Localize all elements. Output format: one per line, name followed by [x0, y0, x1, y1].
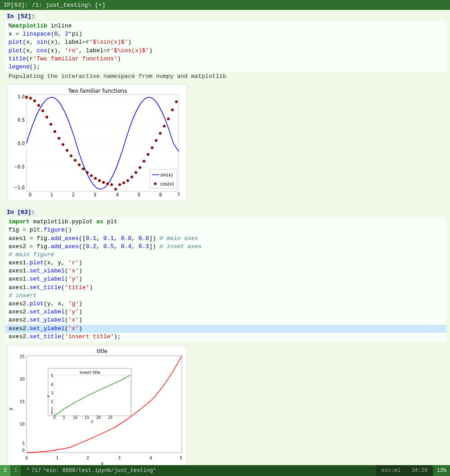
cos-dot: [175, 100, 178, 103]
cos-dot: [143, 160, 145, 163]
status-mode-2: 1: [10, 465, 21, 476]
inset-xtick: 10: [73, 416, 77, 420]
x-label-6: 6: [159, 192, 162, 197]
code-line: axes1.set_title('title'): [5, 284, 446, 292]
status-num1: 2: [4, 467, 7, 474]
cos-dot: [126, 179, 129, 182]
cos-dot: [159, 132, 162, 135]
y-label-1: 1.0: [18, 94, 25, 99]
inset-ytick: 2: [51, 400, 53, 404]
cell-63: In [63]: import matplotlib.pyplot as plt…: [0, 207, 450, 344]
chart-1-title: Two familiar functions: [68, 88, 127, 94]
status-bar: 2 1 * 717 *ein: 8888/test.ipynb/just_tes…: [0, 465, 450, 476]
code-line: axes2.set_ylabel('x'): [5, 316, 446, 324]
code-line: # main figure: [5, 251, 446, 259]
legend-sin-label: sin(x): [160, 172, 173, 177]
code-line: # insert: [5, 292, 446, 300]
status-indicator: *: [26, 467, 29, 474]
inset-xtick: 5: [63, 416, 65, 420]
cell-63-prompt: In [63]:: [5, 209, 36, 216]
cos-dot: [86, 171, 89, 174]
cos-dot: [90, 174, 93, 177]
code-line: axes2.set_title('insert title');: [5, 333, 446, 341]
inset-xtick: 0: [53, 416, 55, 420]
chart-2-xlabel: x: [101, 461, 104, 465]
legend-cos-label: cos(x): [160, 181, 174, 186]
inset-xtick: 15: [85, 416, 89, 420]
code-line: axes1.plot(x, y, 'r'): [5, 259, 446, 267]
x-label-2: 2: [72, 192, 75, 197]
cos-dot: [155, 139, 158, 142]
cell-63-code[interactable]: import matplotlib.pyplot as plt fig = pl…: [5, 217, 446, 342]
cos-dot: [118, 183, 121, 186]
inset-xtick: 25: [108, 416, 112, 420]
x-label-4: 4: [116, 192, 119, 197]
cos-dot: [106, 182, 109, 185]
cos-dot: [58, 137, 60, 140]
cos-dot: [98, 179, 101, 182]
cos-dot: [25, 96, 28, 99]
y-tick: 25: [20, 354, 25, 359]
cos-dot: [94, 177, 97, 180]
cos-dot: [33, 100, 36, 102]
cos-dot: [135, 171, 137, 174]
code-line: %matplotlib inline: [5, 22, 446, 30]
code-line: axes2.plot(y, x, 'g'): [5, 300, 446, 308]
chart-1-svg: Two familiar functions 1.0 0.5 0.0 −0.5 …: [7, 84, 187, 201]
code-line: import matplotlib.pyplot as plt: [5, 218, 446, 226]
cos-dot: [82, 168, 85, 170]
cos-dot: [167, 118, 170, 120]
chart-2-container: title y 25 20 15 10 5 0 0 1 2 3 4 5 x: [7, 345, 443, 465]
inset-ytick: 5: [51, 374, 53, 378]
cell-52-output-text: Populating the interactive namespace fro…: [5, 72, 446, 81]
cos-dot: [130, 176, 133, 178]
code-line: axes1.set_xlabel('x'): [5, 267, 446, 275]
cell-52: In [52]: %matplotlib inline x = linspace…: [0, 10, 450, 82]
x-tick: 1: [56, 456, 58, 460]
status-num2: 1: [14, 467, 17, 474]
x-tick: 3: [118, 456, 121, 460]
x-tick: 5: [180, 456, 182, 460]
inset-ytick: 3: [51, 391, 53, 395]
cos-dot: [163, 125, 166, 127]
cos-dot: [54, 130, 56, 133]
y-tick: 5: [22, 441, 25, 446]
main-content: In [52]: %matplotlib inline x = linspace…: [0, 10, 450, 465]
cos-dot: [151, 146, 153, 149]
status-mode-1: 2: [0, 465, 10, 476]
cos-dot: [78, 163, 81, 166]
inset-ytick: 0: [51, 411, 53, 415]
chart-2-ylabel: y: [8, 408, 13, 410]
x-label-7: 7: [177, 192, 180, 197]
cos-dot: [62, 143, 64, 146]
y-tick: 15: [20, 399, 25, 404]
code-line: axes2.set_xlabel('y'): [5, 308, 446, 316]
chart-2-svg: title y 25 20 15 10 5 0 0 1 2 3 4 5 x: [7, 345, 187, 465]
y-tick: 0: [22, 448, 25, 453]
y-tick: 10: [20, 422, 25, 426]
legend-cos-dot: [154, 182, 157, 185]
inset-xtick: 20: [96, 416, 101, 420]
y-label-0: 0.0: [18, 141, 25, 146]
code-line: x = linspace(0, 2*pi): [5, 30, 446, 38]
cos-dot: [29, 97, 32, 100]
status-line-count: 717: [32, 467, 41, 474]
inset-xlabel: y: [91, 419, 94, 423]
code-line: axes1 = fig.add_axes([0.1, 0.1, 0.8, 0.8…: [5, 235, 446, 243]
x-label-0: 0: [29, 192, 32, 197]
code-line: plot(x, cos(x), 'ro', label=r'$\cos(x)$'…: [5, 47, 446, 55]
cell-52-code[interactable]: %matplotlib inline x = linspace(0, 2*pi)…: [5, 21, 446, 72]
status-filename-area: * 717 *ein: 8888/test.ipynb/just_testing…: [21, 465, 376, 476]
cos-dot: [45, 116, 48, 118]
cos-dot: [122, 181, 125, 184]
chart-2-main-title: title: [97, 348, 107, 354]
x-tick: 0: [25, 456, 28, 460]
y-label-neg1: −1.0: [14, 185, 25, 190]
cos-dot: [41, 109, 44, 112]
status-position: 34:20: [406, 465, 433, 476]
inset-ytick: 4: [51, 383, 53, 387]
code-line: plot(x, sin(x), label=r'$\sin(x)$'): [5, 38, 446, 46]
status-filename: *ein: 8888/test.ipynb/just_testing*: [43, 467, 156, 474]
cos-dot: [66, 149, 68, 152]
cos-dot: [171, 109, 174, 111]
